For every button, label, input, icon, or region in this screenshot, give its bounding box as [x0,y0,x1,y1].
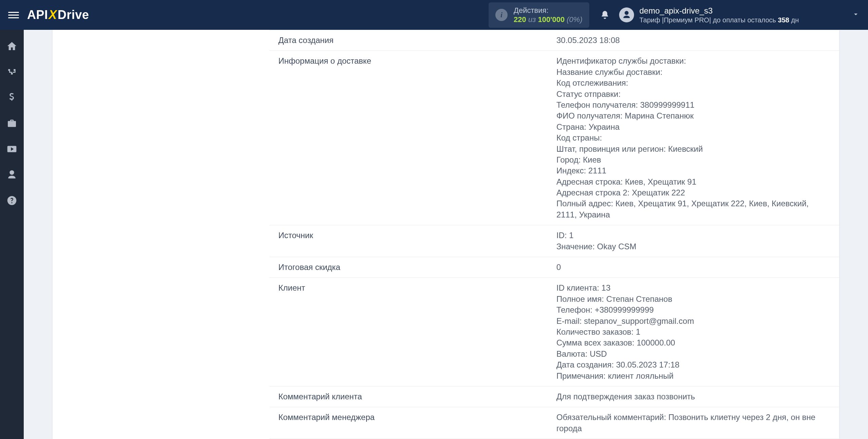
user-menu[interactable]: demo_apix-drive_s3 Тариф |Премиум PRO| д… [619,6,860,24]
actions-widget[interactable]: i Действия: 220 из 100'000 (0%) [489,2,589,28]
actions-max: 100'000 [538,15,565,24]
user-plan-days: 358 [778,16,789,24]
row-label: Источник [270,225,548,257]
row-label: Комментарий менеджера [270,407,548,439]
row-label: Клиент [270,278,548,386]
actions-label: Действия: [514,6,583,15]
card-left-pane [53,30,270,439]
sidebar-item-connections[interactable] [6,66,18,78]
chevron-down-icon [852,10,860,20]
sidebar-item-billing[interactable] [6,91,18,104]
logo-api: API [27,8,48,22]
table-row: ИсточникID: 1 Значение: Okay CSM [270,225,839,257]
avatar [619,7,634,22]
sidebar-item-briefcase[interactable] [6,117,18,129]
logo[interactable]: API X Drive [27,8,89,22]
row-value: 30.05.2023 18:08 [548,30,839,51]
actions-values: 220 из 100'000 (0%) [514,15,583,24]
row-value: Для подтверждения заказ позвонить [548,386,839,407]
actions-of: из [528,15,536,24]
menu-toggle-button[interactable] [8,9,19,20]
logo-x: X [49,8,57,22]
user-name: demo_apix-drive_s3 [639,6,799,16]
actions-current: 220 [514,15,526,24]
table-row: КлиентID клиента: 13 Полное имя: Степан … [270,278,839,386]
row-value: 0 [548,257,839,278]
row-label: Комментарий клиента [270,386,548,407]
actions-pct: (0%) [567,15,582,24]
table-row: Информация о доставкеИдентификатор служб… [270,51,839,225]
card-right-pane: Дата создания30.05.2023 18:08Информация … [270,30,839,439]
card: Дата создания30.05.2023 18:08Информация … [53,30,839,439]
row-value: Обязательный комментарий: Позвонить клие… [548,407,839,439]
user-plan-prefix: Тариф |Премиум PRO| до оплаты осталось [639,16,778,24]
content: Дата создания30.05.2023 18:08Информация … [24,30,868,439]
row-value: ID: 1 Значение: Okay CSM [548,225,839,257]
data-table: Дата создания30.05.2023 18:08Информация … [270,30,839,439]
user-text: demo_apix-drive_s3 Тариф |Премиум PRO| д… [639,6,799,24]
topbar: API X Drive i Действия: 220 из 100'000 (… [0,0,868,30]
sidebar [0,30,24,439]
table-row: Дата создания30.05.2023 18:08 [270,30,839,51]
sidebar-item-video[interactable] [6,143,18,155]
row-label: Дата создания [270,30,548,51]
row-value: Идентификатор службы доставки: Название … [548,51,839,225]
table-row: Комментарий клиентаДля подтверждения зак… [270,386,839,407]
row-label: Итоговая скидка [270,257,548,278]
info-icon: i [495,9,508,21]
row-label: Информация о доставке [270,51,548,225]
actions-text: Действия: 220 из 100'000 (0%) [514,6,583,24]
sidebar-item-profile[interactable] [6,169,18,181]
table-row: Итоговая скидка0 [270,257,839,278]
row-value: ID клиента: 13 Полное имя: Степан Степан… [548,278,839,386]
user-plan: Тариф |Премиум PRO| до оплаты осталось 3… [639,16,799,24]
user-plan-suffix: дн [789,16,799,24]
logo-drive: Drive [58,8,89,22]
sidebar-item-help[interactable] [6,194,18,207]
sidebar-item-home[interactable] [6,40,18,52]
notifications-icon[interactable] [600,10,610,20]
table-row: Комментарий менеджераОбязательный коммен… [270,407,839,439]
